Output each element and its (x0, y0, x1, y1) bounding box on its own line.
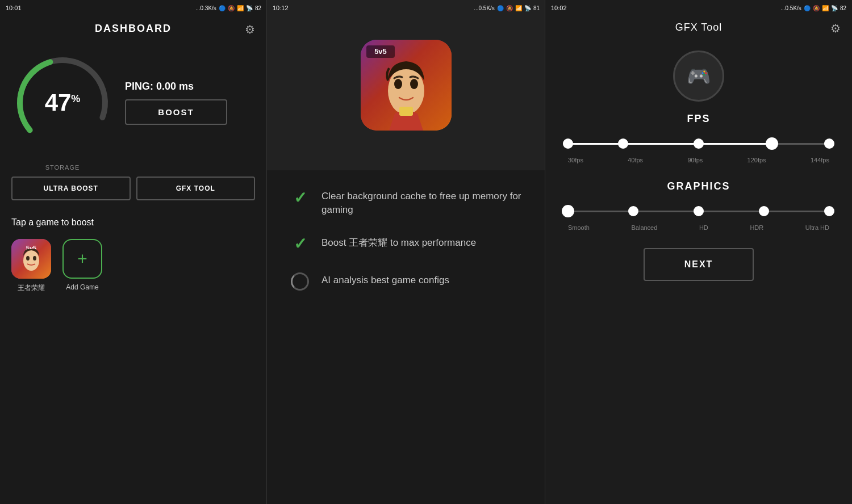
fps-label-3: 120fps (747, 157, 766, 163)
fps-label-4: 144fps (811, 157, 829, 163)
battery-label-1: 82 (255, 5, 261, 11)
fps-track-fill (568, 143, 772, 145)
feature-item-0: ✓ Clear background cache to free up memo… (290, 187, 522, 217)
controller-icon: 🎮 (687, 65, 711, 87)
wifi-icon-3: 📡 (831, 5, 838, 11)
fps-label-1: 40fps (628, 157, 643, 163)
game-name-wangzhe: 王者荣耀 (18, 283, 45, 293)
fps-label-2: 90fps (687, 157, 703, 163)
time-2: 10:12 (273, 5, 289, 11)
fps-labels: 30fps 40fps 90fps 120fps 144fps (568, 157, 829, 163)
boost-features-list: ✓ Clear background cache to free up memo… (267, 170, 545, 309)
mute-icon-2: 🔕 (506, 5, 513, 11)
ping-display: PING: 0.00 ms (125, 81, 227, 93)
graphics-labels: Smooth Balanced HD HDR Ultra HD (568, 224, 829, 231)
graphics-label-2: HD (699, 224, 708, 231)
status-bar-1: 10:01 ...0.3K/s 🔵 🔕 📶 📡 82 (0, 0, 267, 16)
fps-label: FPS (568, 113, 829, 125)
settings-icon-3[interactable]: ⚙ (830, 22, 841, 35)
status-right-2: ...0.5K/s 🔵 🔕 📶 📡 81 (474, 5, 540, 11)
boost-panel: 10:12 ...0.5K/s 🔵 🔕 📶 📡 81 (267, 0, 545, 504)
network-speed-1: ...0.3K/s (195, 5, 216, 11)
dashboard-panel: 10:01 ...0.3K/s 🔵 🔕 📶 📡 82 DASHBOARD ⚙ 4… (0, 0, 267, 504)
svg-point-4 (23, 250, 39, 271)
mute-icon: 🔕 (228, 5, 235, 11)
svg-text:5v5: 5v5 (374, 47, 387, 56)
graphics-slider-track (568, 211, 829, 212)
gauge-storage-label: STORAGE (45, 164, 80, 171)
action-buttons-row: ULTRA BOOST GFX TOOL (0, 171, 266, 206)
network-speed-3: ...0.5K/s (780, 5, 801, 11)
svg-point-5 (26, 256, 30, 261)
time-1: 10:01 (6, 5, 22, 11)
boost-game-header: 5v5 (267, 0, 545, 170)
feature-text-0: Clear background cache to free up memory… (321, 187, 522, 217)
bluetooth-icon: 🔵 (219, 5, 225, 11)
signal-icon-3: 📶 (822, 5, 829, 11)
graphics-dot-4[interactable] (824, 206, 834, 216)
gfx-title: GFX Tool (675, 22, 722, 33)
fps-section: FPS 30fps 40fps 90fps 120fps 144fps (545, 113, 852, 163)
ping-boost-area: PING: 0.00 ms BOOST (125, 81, 227, 125)
battery-label-2: 81 (533, 5, 540, 11)
plus-icon: + (77, 249, 87, 268)
fps-slider-track-wrapper (568, 135, 829, 152)
svg-point-12 (410, 79, 418, 89)
time-3: 10:02 (551, 5, 567, 11)
wifi-icon-2: 📡 (524, 5, 531, 11)
next-button[interactable]: NEXT (644, 248, 754, 281)
network-speed-2: ...0.5K/s (474, 5, 495, 11)
game-art-wangzhe: 5v5 (11, 239, 51, 279)
check-icon-0: ✓ (290, 187, 310, 208)
fps-label-0: 30fps (568, 157, 583, 163)
fps-dot-0[interactable] (563, 138, 573, 149)
add-game-item[interactable]: + Add Game (62, 239, 102, 291)
graphics-dot-1[interactable] (628, 206, 638, 216)
fps-dot-4[interactable] (824, 138, 834, 149)
add-game-icon: + (62, 239, 102, 279)
wifi-icon: 📡 (246, 5, 253, 11)
add-game-label: Add Game (66, 283, 98, 291)
battery-label-3: 82 (840, 5, 846, 11)
settings-icon-1[interactable]: ⚙ (245, 23, 255, 36)
status-right-1: ...0.3K/s 🔵 🔕 📶 📡 82 (195, 5, 261, 11)
game-grid: 5v5 王者荣耀 + (11, 239, 255, 293)
gfx-game-icon-circle: 🎮 (673, 51, 724, 102)
graphics-dot-3[interactable] (759, 206, 769, 216)
gfx-tool-button[interactable]: GFX TOOL (136, 177, 256, 200)
check-icon-1: ✓ (290, 234, 310, 254)
gauge-center: 47% (45, 91, 81, 115)
graphics-dot-2[interactable] (694, 206, 704, 216)
status-bar-3: 10:02 ...0.5K/s 🔵 🔕 📶 📡 82 (545, 0, 852, 16)
fps-dot-2[interactable] (694, 138, 704, 149)
graphics-section: GRAPHICS Smooth Balanced HD HDR Ultra HD (545, 180, 852, 231)
gfx-game-icon-wrapper: 🎮 (545, 45, 852, 113)
gfx-panel: 10:02 ...0.5K/s 🔵 🔕 📶 📡 82 GFX Tool ⚙ 🎮 … (545, 0, 852, 504)
graphics-dot-0[interactable] (562, 205, 574, 217)
svg-point-11 (394, 79, 402, 89)
tap-section: Tap a game to boost (0, 206, 266, 304)
game-item-wangzhe[interactable]: 5v5 王者荣耀 (11, 239, 51, 293)
loading-icon-0 (290, 271, 310, 292)
game-thumbnail: 5v5 (11, 239, 51, 279)
fps-dot-3[interactable] (766, 137, 778, 150)
gauge-percent: 47% (45, 91, 81, 115)
fps-slider-track (568, 143, 829, 145)
graphics-label-1: Balanced (631, 224, 657, 231)
graphics-label-3: HDR (750, 224, 763, 231)
bt-icon-3: 🔵 (804, 5, 811, 11)
status-bar-2: 10:12 ...0.5K/s 🔵 🔕 📶 📡 81 (267, 0, 545, 16)
graphics-slider-track-wrapper (568, 203, 829, 220)
signal-icon: 📶 (237, 5, 244, 11)
ultra-boost-button[interactable]: ULTRA BOOST (11, 177, 131, 200)
tap-label: Tap a game to boost (11, 217, 255, 228)
dashboard-title: DASHBOARD (95, 23, 172, 35)
boost-game-thumbnail: 5v5 (361, 40, 452, 131)
fps-dot-1[interactable] (618, 138, 628, 149)
graphics-label-0: Smooth (568, 224, 590, 231)
signal-icon-2: 📶 (515, 5, 522, 11)
feature-text-1: Boost 王者荣耀 to max performance (321, 234, 476, 250)
mute-icon-3: 🔕 (813, 5, 820, 11)
boost-button[interactable]: BOOST (125, 99, 227, 125)
gauge-section: 47% STORAGE PING: 0.00 ms BOOST (0, 46, 266, 165)
